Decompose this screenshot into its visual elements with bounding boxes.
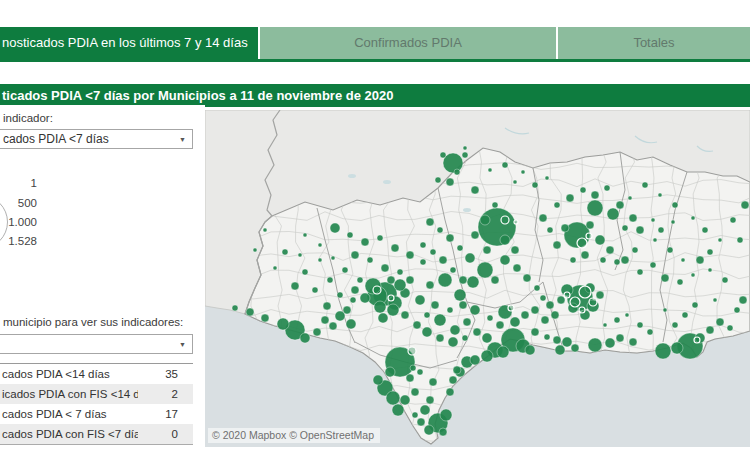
map-bubble[interactable] <box>606 246 614 254</box>
map-bubble[interactable] <box>410 365 416 371</box>
map-bubble[interactable] <box>440 152 446 158</box>
map-bubble[interactable] <box>450 267 456 273</box>
map-bubble[interactable] <box>637 269 643 275</box>
map-bubble[interactable] <box>500 235 510 245</box>
map-bubble[interactable] <box>647 329 653 335</box>
map-bubble[interactable] <box>671 342 683 354</box>
map-bubble[interactable] <box>378 313 388 323</box>
map-bubble[interactable] <box>482 333 492 343</box>
map-bubble[interactable] <box>642 182 648 188</box>
map-bubble[interactable] <box>347 232 353 238</box>
map-bubble[interactable] <box>436 334 444 342</box>
map-bubble[interactable] <box>547 227 553 233</box>
map-bubble[interactable] <box>554 202 560 208</box>
map-bubble[interactable] <box>595 235 605 245</box>
map-bubble[interactable] <box>605 338 615 348</box>
map-bubble[interactable] <box>426 396 434 404</box>
map-bubble[interactable] <box>534 285 540 291</box>
map-bubble[interactable] <box>387 304 399 316</box>
map-bubble[interactable] <box>417 418 425 426</box>
map-bubble[interactable] <box>401 311 409 319</box>
map-bubble[interactable] <box>263 228 267 232</box>
map-bubble[interactable] <box>545 176 549 180</box>
map-bubble[interactable] <box>588 338 602 352</box>
map-bubble[interactable] <box>672 202 678 208</box>
map-bubble-ring[interactable] <box>577 238 587 248</box>
map-bubble[interactable] <box>277 318 289 330</box>
map-bubble[interactable] <box>603 323 607 327</box>
map-bubble[interactable] <box>511 246 519 254</box>
map-bubble[interactable] <box>566 194 574 202</box>
map-bubble[interactable] <box>312 287 318 293</box>
map-bubble[interactable] <box>510 317 520 327</box>
map-bubble[interactable] <box>400 395 410 405</box>
map-bubble[interactable] <box>300 333 310 343</box>
map-bubble[interactable] <box>591 191 599 199</box>
map-bubble[interactable] <box>500 255 510 265</box>
map-bubble[interactable] <box>291 282 299 290</box>
map-bubble[interactable] <box>323 302 331 310</box>
map-bubble[interactable] <box>412 412 418 418</box>
map-bubble-ring[interactable] <box>501 216 509 224</box>
table-row[interactable]: cados PDIA < 7 días 17 <box>0 404 193 424</box>
map-bubble[interactable] <box>471 186 479 194</box>
map-bubble[interactable] <box>470 305 480 315</box>
map-bubble[interactable] <box>523 274 531 282</box>
map-bubble-ring[interactable] <box>586 233 592 239</box>
map-bubble[interactable] <box>367 257 373 263</box>
map-bubble[interactable] <box>480 215 490 225</box>
map-bubble[interactable] <box>327 277 333 283</box>
map-bubble[interactable] <box>702 227 708 233</box>
map-bubble[interactable] <box>406 374 414 382</box>
map-bubble[interactable] <box>273 266 277 270</box>
map-bubble[interactable] <box>521 311 529 319</box>
map-bubble[interactable] <box>551 311 559 319</box>
map-bubble[interactable] <box>739 296 747 304</box>
map-bubble[interactable] <box>532 182 538 188</box>
map-bubble[interactable] <box>465 253 475 263</box>
map-bubble[interactable] <box>651 218 655 222</box>
map-bubble[interactable] <box>391 244 399 252</box>
map-bubble[interactable] <box>571 344 579 352</box>
map-bubble[interactable] <box>422 327 432 337</box>
map-bubble[interactable] <box>672 322 678 328</box>
map-bubble[interactable] <box>614 317 620 323</box>
map-bubble[interactable] <box>439 428 447 436</box>
map-bubble-ring[interactable] <box>570 297 580 307</box>
map-bubble[interactable] <box>446 388 454 396</box>
map-bubble[interactable] <box>450 325 460 335</box>
map-bubble[interactable] <box>604 185 610 191</box>
map-bubble[interactable] <box>502 162 508 168</box>
map-bubble[interactable] <box>513 264 521 272</box>
map-bubble[interactable] <box>513 180 517 184</box>
map-bubble[interactable] <box>406 276 414 284</box>
map-bubble[interactable] <box>471 231 479 239</box>
map-bubble[interactable] <box>483 246 491 254</box>
map-bubble[interactable] <box>331 256 335 260</box>
tab-totales[interactable]: Totales <box>558 27 750 59</box>
map-bubble[interactable] <box>658 227 664 233</box>
map-bubble[interactable] <box>406 251 414 259</box>
map-attribution[interactable]: © 2020 Mapbox © OpenStreetMap <box>208 428 380 443</box>
map-bubble[interactable] <box>706 326 714 334</box>
map-bubble[interactable] <box>446 234 454 242</box>
map-bubble[interactable] <box>653 238 657 242</box>
tab-diagnosticados-pdia[interactable]: nosticados PDIA en los últimos 7 y 14 dí… <box>0 27 258 59</box>
map-bubble[interactable] <box>628 196 632 200</box>
map-bubble[interactable] <box>449 376 457 384</box>
map-bubble[interactable] <box>437 227 443 233</box>
map-bubble[interactable] <box>621 256 629 264</box>
map-bubble[interactable] <box>434 314 446 326</box>
map-bubble[interactable] <box>607 208 619 220</box>
indicator-dropdown[interactable]: cados PDIA <7 días ▼ <box>0 129 193 149</box>
map-bubble[interactable] <box>677 279 683 285</box>
map-bubble[interactable] <box>521 170 525 174</box>
map-bubble[interactable] <box>357 277 363 283</box>
map-bubble[interactable] <box>381 264 389 272</box>
map-bubble[interactable] <box>525 345 535 355</box>
map-bubble[interactable] <box>596 291 604 299</box>
tab-confirmados-pdia[interactable]: Confirmados PDIA <box>260 27 556 59</box>
map-bubble[interactable] <box>420 242 426 248</box>
map-bubble[interactable] <box>387 276 395 284</box>
map-bubble[interactable] <box>614 259 620 265</box>
